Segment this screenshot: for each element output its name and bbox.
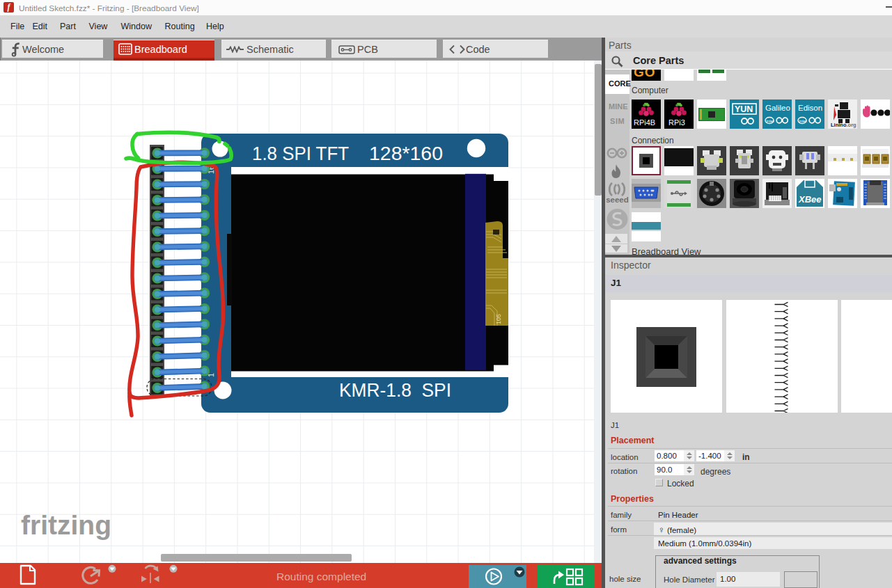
svg-text:intel: intel xyxy=(767,119,774,123)
svg-text:intel: intel xyxy=(799,119,807,123)
svg-text:Linino.org: Linino.org xyxy=(831,122,856,128)
svg-text:KMR-1.8 SPI: KMR-1.8 SPI xyxy=(339,380,451,401)
svg-text:Routing completed: Routing completed xyxy=(276,571,366,582)
svg-text:RPi4B: RPi4B xyxy=(634,118,655,127)
svg-text:fritzing: fritzing xyxy=(21,510,111,540)
svg-text:RPi3: RPi3 xyxy=(668,118,685,127)
svg-text:XBee: XBee xyxy=(798,194,822,205)
svg-text:105: 105 xyxy=(495,314,502,324)
svg-text:Edison: Edison xyxy=(798,104,822,112)
svg-text:Galileo: Galileo xyxy=(765,104,790,112)
svg-text:128*160: 128*160 xyxy=(369,143,443,164)
svg-text:1.8 SPI TFT: 1.8 SPI TFT xyxy=(252,143,349,164)
svg-text:YUN: YUN xyxy=(735,104,753,114)
